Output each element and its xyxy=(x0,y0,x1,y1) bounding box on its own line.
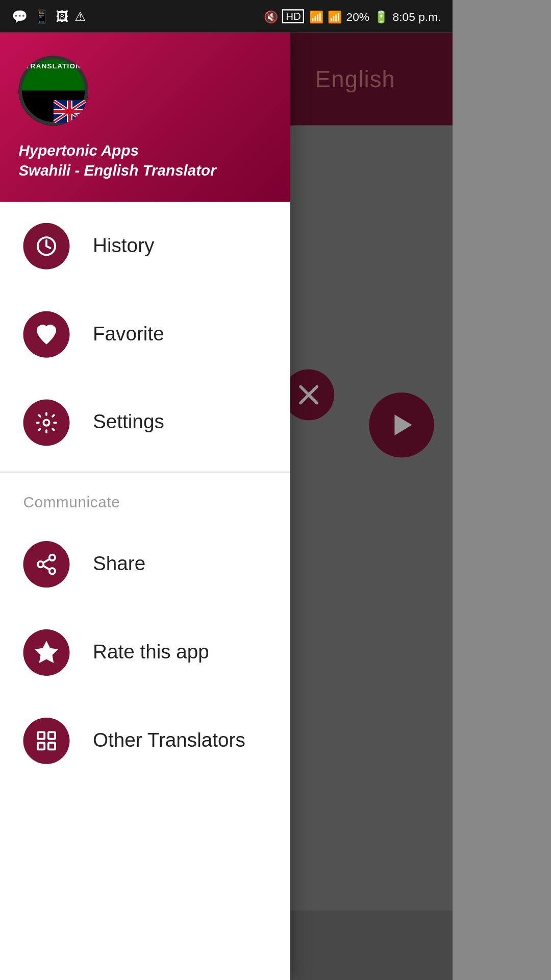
clock-icon xyxy=(35,235,58,258)
drawer-menu: History Favorite xyxy=(0,202,290,980)
app-name: Swahili - English Translator xyxy=(18,161,271,179)
whatsapp-icon: 💬 xyxy=(12,9,28,24)
menu-divider xyxy=(0,472,290,473)
history-label: History xyxy=(93,235,154,258)
favorite-icon-circle xyxy=(23,311,69,358)
logo-inner: TRANSLATION xyxy=(18,56,88,125)
status-right: 🔇 HD 📶 📶 20% 🔋 8:05 p.m. xyxy=(264,9,441,23)
settings-label: Settings xyxy=(93,411,164,434)
svg-line-20 xyxy=(43,559,50,563)
svg-point-16 xyxy=(49,555,55,560)
app-root: 💬 📱 🖼 ⚠ 🔇 HD 📶 📶 20% 🔋 8:05 p.m. English xyxy=(0,0,453,980)
menu-item-translators[interactable]: Other Translators xyxy=(0,697,290,785)
warning-icon: ⚠ xyxy=(74,9,86,24)
gear-icon xyxy=(35,411,58,434)
share-icon-circle xyxy=(23,541,69,587)
svg-point-18 xyxy=(49,568,55,574)
menu-item-rate[interactable]: Rate this app xyxy=(0,608,290,697)
app-company: Hypertonic Apps xyxy=(18,142,271,159)
battery-text: 20% xyxy=(346,10,370,22)
star-icon xyxy=(35,641,58,664)
svg-point-17 xyxy=(38,561,43,567)
signal-icon2: 📶 xyxy=(328,10,341,22)
translators-label: Other Translators xyxy=(93,729,245,752)
history-icon-circle xyxy=(23,223,69,270)
menu-item-favorite[interactable]: Favorite xyxy=(0,290,290,379)
mute-icon: 🔇 xyxy=(264,10,278,22)
rate-icon-circle xyxy=(23,629,69,676)
signal-icon1: 📶 xyxy=(309,10,323,22)
main-layout: English xyxy=(0,33,453,980)
menu-item-settings[interactable]: Settings xyxy=(0,379,290,467)
menu-item-history[interactable]: History xyxy=(0,202,290,290)
heart-icon xyxy=(35,323,58,346)
status-bar: 💬 📱 🖼 ⚠ 🔇 HD 📶 📶 20% 🔋 8:05 p.m. xyxy=(0,0,453,33)
svg-rect-25 xyxy=(48,743,55,749)
navigation-drawer: TRANSLATION Hypertonic Apps Swahili - En… xyxy=(0,33,290,980)
translators-icon-circle xyxy=(23,718,69,764)
grid-icon xyxy=(35,729,58,752)
share-label: Share xyxy=(93,553,145,576)
settings-icon-circle xyxy=(23,400,69,446)
svg-line-14 xyxy=(46,246,51,248)
share-icon xyxy=(35,553,58,576)
svg-rect-23 xyxy=(48,732,55,739)
phone-icon: 📱 xyxy=(34,9,50,24)
time: 8:05 p.m. xyxy=(393,10,441,22)
hd-badge: HD xyxy=(282,9,304,23)
status-left: 💬 📱 🖼 ⚠ xyxy=(12,9,86,24)
menu-item-share[interactable]: Share xyxy=(0,520,290,608)
rate-label: Rate this app xyxy=(93,641,209,664)
communicate-section-header: Communicate xyxy=(0,477,290,520)
app-title: Hypertonic Apps Swahili - English Transl… xyxy=(18,142,271,179)
svg-line-19 xyxy=(43,566,50,570)
svg-rect-24 xyxy=(38,743,44,749)
image-icon: 🖼 xyxy=(56,9,68,23)
svg-rect-22 xyxy=(38,732,44,739)
favorite-label: Favorite xyxy=(93,323,164,346)
uk-flag xyxy=(54,100,86,123)
drawer-header: TRANSLATION Hypertonic Apps Swahili - En… xyxy=(0,33,290,202)
svg-marker-21 xyxy=(37,643,56,662)
battery-icon: 🔋 xyxy=(374,10,388,22)
svg-point-15 xyxy=(43,420,49,425)
app-logo: TRANSLATION xyxy=(18,56,88,125)
